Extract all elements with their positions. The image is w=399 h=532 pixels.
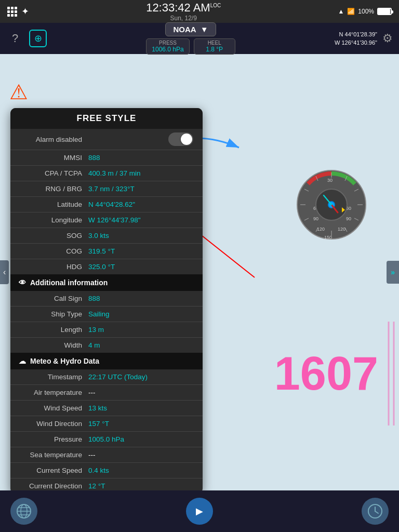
main-rows: MMSI 888 CPA / TCPA 400.3 m / 37 min RNG… xyxy=(10,150,203,274)
apps-icon xyxy=(7,7,17,17)
clock-button[interactable] xyxy=(362,498,389,525)
date-display: Sun, 12/9 xyxy=(146,15,221,22)
meteo-header[interactable]: ☁ Meteo & Hydro Data xyxy=(10,353,203,369)
svg-text:90: 90 xyxy=(313,216,318,221)
meteo-panel-row: Sea temperature --- xyxy=(10,447,203,463)
battery-percent: 100% xyxy=(358,8,374,15)
row-label: Ship Type xyxy=(20,310,82,318)
additional-panel-row: Width 4 m xyxy=(10,338,203,353)
svg-line-37 xyxy=(375,511,378,513)
row-label: Latitude xyxy=(20,201,82,208)
row-value: 0.4 kts xyxy=(82,467,193,474)
noaa-dropdown[interactable]: NOAA ▼ xyxy=(165,22,216,36)
panel-row: MMSI 888 xyxy=(10,150,203,166)
svg-text:150: 150 xyxy=(324,235,332,240)
bottom-bar: ▶ xyxy=(0,490,399,532)
panel-row: COG 319.5 °T xyxy=(10,244,203,259)
press-value: 1006.0 hPa xyxy=(152,46,183,53)
row-value: 1005.0 hPa xyxy=(82,435,193,443)
compass-dial: 60 60 90 90 120 120 150 30 xyxy=(295,168,368,241)
meteo-panel-row: Current Speed 0.4 kts xyxy=(10,463,203,478)
row-value: 888 xyxy=(82,154,193,162)
meteo-panel-row: Wind Direction 157 °T xyxy=(10,416,203,432)
clock-icon xyxy=(367,503,383,520)
additional-info-header[interactable]: 👁 Additional information xyxy=(10,274,203,291)
help-button[interactable]: ? xyxy=(6,30,24,47)
row-label: Current Direction xyxy=(20,482,82,490)
row-value: 888 xyxy=(82,295,193,302)
panel-row: HDG 325.0 °T xyxy=(10,259,203,274)
panel-row: SOG 3.0 kts xyxy=(10,228,203,244)
nav-left: ? ⊕ xyxy=(6,30,47,47)
press-label: PRESS xyxy=(152,40,183,46)
svg-text:30: 30 xyxy=(327,178,332,183)
row-label: Longitude xyxy=(20,216,82,224)
big-chart-number: 1607 xyxy=(274,350,378,397)
play-icon: ▶ xyxy=(196,506,203,517)
globe-icon xyxy=(16,503,32,520)
chart-area: ⚠ CPA: 426 m 37 min ‹ » xyxy=(0,54,399,490)
row-label: Call Sign xyxy=(20,295,82,302)
coords-display: N 44°01'28.39" W 126°41'30.96" xyxy=(335,30,377,47)
panel-row: RNG / BRG 3.7 nm / 323°T xyxy=(10,181,203,197)
globe-button[interactable] xyxy=(10,498,37,525)
row-label: Sea temperature xyxy=(20,451,82,459)
alarm-toggle[interactable] xyxy=(168,132,193,146)
row-value: Sailing xyxy=(82,310,193,318)
meteo-panel-row: Current Direction 12 °T xyxy=(10,478,203,490)
svg-text:90: 90 xyxy=(346,216,351,221)
meteo-panel-row: Pressure 1005.0 hPa xyxy=(10,432,203,447)
row-label: RNG / BRG xyxy=(20,185,82,193)
panel-title: FREE STYLE xyxy=(10,108,203,129)
alarm-row: Alarm disabled xyxy=(10,129,203,150)
additional-panel-row: Call Sign 888 xyxy=(10,291,203,307)
row-label: Timestamp xyxy=(20,373,82,381)
heel-box: HEEL 1.8 °P xyxy=(194,38,235,55)
info-panel: FREE STYLE Alarm disabled MMSI 888 CPA /… xyxy=(10,108,203,490)
row-value: 4 m xyxy=(82,341,193,349)
status-time-center: 12:33:42 AMLOC Sun, 12/9 xyxy=(146,1,221,22)
heel-value: 1.8 °P xyxy=(200,46,230,53)
row-label: SOG xyxy=(20,232,82,240)
row-value: 13 kts xyxy=(82,404,193,412)
row-value: 400.3 m / 37 min xyxy=(82,169,193,177)
row-value: 12 °T xyxy=(82,482,193,490)
warning-icon: ⚠ xyxy=(9,80,28,104)
row-label: Air temperature xyxy=(20,389,82,396)
panel-row: Latitude N 44°04'28.62" xyxy=(10,197,203,212)
status-left: ✦ xyxy=(7,6,29,17)
additional-panel-row: Length 13 m xyxy=(10,322,203,338)
time-loc: LOC xyxy=(210,3,221,8)
signal-icon: 📶 xyxy=(347,8,355,15)
meteo-panel-row: Timestamp 22:17 UTC (Today) xyxy=(10,369,203,385)
row-label: Width xyxy=(20,341,82,349)
play-button[interactable]: ▶ xyxy=(186,498,213,525)
nav-center: NOAA ▼ PRESS 1006.0 hPa HEEL 1.8 °P xyxy=(146,22,235,55)
row-value: 319.5 °T xyxy=(82,247,193,255)
status-bar: ✦ 12:33:42 AMLOC Sun, 12/9 ▲ 📶 100% xyxy=(0,0,399,23)
row-value: 22:17 UTC (Today) xyxy=(82,373,193,381)
row-value: 325.0 °T xyxy=(82,263,193,271)
svg-text:120: 120 xyxy=(338,227,345,232)
time-display: 12:33:42 AM xyxy=(146,1,210,14)
additional-panel-row: Ship Type Sailing xyxy=(10,307,203,322)
meteo-rows: Timestamp 22:17 UTC (Today) Air temperat… xyxy=(10,369,203,490)
eye-icon: 👁 xyxy=(19,278,26,287)
row-value: 157 °T xyxy=(82,420,193,428)
noaa-label: NOAA xyxy=(173,25,196,34)
dropdown-arrow: ▼ xyxy=(201,25,208,34)
cloud-icon: ☁ xyxy=(19,357,26,365)
settings-button[interactable]: ⚙ xyxy=(382,32,393,45)
row-label: CPA / TCPA xyxy=(20,169,82,177)
latitude-display: N 44°01'28.39" xyxy=(335,30,377,39)
nav-left-arrow[interactable]: ‹ xyxy=(0,260,9,284)
row-value: 13 m xyxy=(82,326,193,334)
target-button[interactable]: ⊕ xyxy=(29,30,47,47)
longitude-display: W 126°41'30.96" xyxy=(335,38,377,47)
nav-right-arrow[interactable]: » xyxy=(387,261,399,284)
press-box: PRESS 1006.0 hPa xyxy=(146,38,189,55)
row-value: 3.7 nm / 323°T xyxy=(82,185,193,193)
meteo-panel-row: Air temperature --- xyxy=(10,385,203,401)
chart-lines xyxy=(378,322,399,428)
panel-row: Longitude W 126°44'37.98" xyxy=(10,212,203,228)
